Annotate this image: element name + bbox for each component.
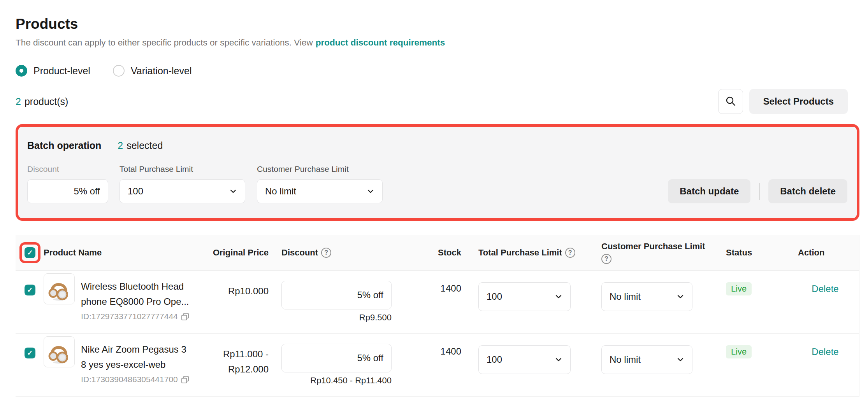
batch-buttons: Batch update Batch delete <box>668 179 847 203</box>
product-name: Nike Air Zoom Pegasus 3 8 yes yes-excel-… <box>81 342 189 372</box>
subtitle-text: The discount can apply to either specifi… <box>16 38 313 47</box>
batch-customer-limit-field: Customer Purchase Limit No limit <box>257 164 383 203</box>
status-cell: Live <box>722 271 780 333</box>
action-cell: Delete <box>798 334 852 396</box>
header-total-limit-label: Total Purchase Limit <box>478 248 562 258</box>
chevron-down-icon <box>554 355 563 364</box>
discount-cell: Rp10.450 - Rp11.400 <box>281 334 392 396</box>
header-stock: Stock <box>403 248 464 258</box>
original-price: Rp10.000 <box>212 271 269 333</box>
chevron-down-icon <box>554 292 563 301</box>
batch-update-button[interactable]: Batch update <box>668 179 750 203</box>
stock-value: 1400 <box>403 271 464 333</box>
help-icon[interactable]: ? <box>321 248 331 258</box>
help-icon[interactable]: ? <box>565 248 575 258</box>
batch-discount-field: Discount <box>27 164 108 203</box>
annotation-batch-panel: Batch operation 2 selected Discount Tota… <box>16 124 859 221</box>
header-total-purchase-limit: Total Purchase Limit ? <box>478 248 571 258</box>
select-all-checkbox[interactable]: ✓ <box>25 247 35 258</box>
search-button[interactable] <box>718 89 743 114</box>
header-original-price: Original Price <box>212 248 269 258</box>
page-subtitle: The discount can apply to either specifi… <box>16 37 859 48</box>
select-products-button[interactable]: Select Products <box>749 89 848 114</box>
row-checkbox-cell: ✓ <box>16 334 44 396</box>
batch-total-limit-field: Total Purchase Limit 100 <box>119 164 245 203</box>
header-discount: Discount ? <box>281 248 392 258</box>
total-limit-select[interactable]: 100 <box>478 345 571 374</box>
product-id-text: ID:1729733771027777444 <box>81 312 178 321</box>
discount-input[interactable] <box>281 281 392 309</box>
total-limit-cell: 100 <box>478 271 571 333</box>
batch-customer-limit-label: Customer Purchase Limit <box>257 164 383 174</box>
header-customer-purchase-limit: Customer Purchase Limit ? <box>601 241 692 264</box>
product-count-label: product(s) <box>25 96 69 107</box>
summary-toolbar-row: 2 product(s) Select Products <box>16 89 859 114</box>
batch-header: Batch operation 2 selected <box>27 140 847 151</box>
row-checkbox[interactable]: ✓ <box>25 348 35 358</box>
batch-delete-button[interactable]: Batch delete <box>768 179 847 203</box>
header-product-name: Product Name <box>44 248 212 258</box>
batch-selected-number: 2 <box>118 140 123 151</box>
stock-value: 1400 <box>403 334 464 396</box>
batch-discount-label: Discount <box>27 164 108 174</box>
chevron-down-icon <box>366 187 375 196</box>
product-name-line1: Nike Air Zoom Pegasus 3 <box>81 342 189 357</box>
row-checkbox-cell: ✓ <box>16 271 44 333</box>
product-cell: Nike Air Zoom Pegasus 3 8 yes yes-excel-… <box>44 334 212 396</box>
total-limit-select[interactable]: 100 <box>478 282 571 311</box>
batch-operation-panel: Batch operation 2 selected Discount Tota… <box>18 127 857 218</box>
chevron-down-icon <box>228 187 238 196</box>
table-row: ✓ Wireless Bluetooth Head phone EQ800 <box>16 271 859 334</box>
radio-selected-icon <box>16 65 27 77</box>
batch-customer-limit-select[interactable]: No limit <box>257 179 383 203</box>
product-cell: Wireless Bluetooth Head phone EQ8000 Pro… <box>44 271 212 333</box>
radio-product-level[interactable]: Product-level <box>16 65 90 77</box>
product-name-line2: phone EQ8000 Pro Ope... <box>81 294 189 309</box>
customer-limit-select[interactable]: No limit <box>601 282 692 311</box>
customer-limit-cell: No limit <box>601 334 692 396</box>
total-limit-cell: 100 <box>478 334 571 396</box>
product-id: ID:1729733771027777444 <box>81 312 189 321</box>
customer-limit-cell: No limit <box>601 271 692 333</box>
products-page: Products The discount can apply to eithe… <box>0 0 868 397</box>
copy-icon[interactable] <box>181 313 189 321</box>
customer-limit-value: No limit <box>610 291 641 302</box>
customer-limit-select[interactable]: No limit <box>601 345 692 374</box>
product-image <box>44 273 75 304</box>
copy-icon[interactable] <box>181 376 189 384</box>
button-divider <box>759 183 760 200</box>
radio-variation-level[interactable]: Variation-level <box>113 65 192 77</box>
row-checkbox[interactable]: ✓ <box>25 285 35 295</box>
product-info: Nike Air Zoom Pegasus 3 8 yes yes-excel-… <box>81 342 189 396</box>
action-cell: Delete <box>798 271 852 333</box>
table-header-row: ✓ Product Name Original Price Discount ?… <box>16 235 859 271</box>
discount-requirements-link[interactable]: product discount requirements <box>316 38 445 47</box>
product-name-line1: Wireless Bluetooth Head <box>81 279 189 294</box>
batch-total-limit-select[interactable]: 100 <box>119 179 245 203</box>
page-title: Products <box>16 16 859 33</box>
batch-total-limit-label: Total Purchase Limit <box>119 164 245 174</box>
toolbar-actions: Select Products <box>718 89 848 114</box>
header-action: Action <box>798 248 852 258</box>
product-image <box>44 336 75 367</box>
delete-link[interactable]: Delete <box>812 346 838 357</box>
status-badge: Live <box>726 345 752 358</box>
header-status: Status <box>722 248 780 258</box>
total-limit-value: 100 <box>487 354 502 365</box>
original-price: Rp11.000 - Rp12.000 <box>212 334 269 396</box>
customer-limit-value: No limit <box>610 354 641 365</box>
discount-cell: Rp9.500 <box>281 271 392 333</box>
discount-input[interactable] <box>281 344 392 372</box>
batch-selected-count: 2 selected <box>118 140 163 151</box>
radio-variation-level-label: Variation-level <box>131 65 192 77</box>
annotation-select-all-checkbox: ✓ <box>19 242 40 263</box>
radio-unselected-icon <box>113 65 125 77</box>
help-icon[interactable]: ? <box>601 254 611 264</box>
delete-link[interactable]: Delete <box>812 283 838 294</box>
product-count: 2 product(s) <box>16 96 68 107</box>
total-limit-value: 100 <box>487 291 502 302</box>
status-cell: Live <box>722 334 780 396</box>
header-discount-label: Discount <box>281 248 318 258</box>
product-name: Wireless Bluetooth Head phone EQ8000 Pro… <box>81 279 189 309</box>
batch-discount-input[interactable] <box>27 179 108 203</box>
